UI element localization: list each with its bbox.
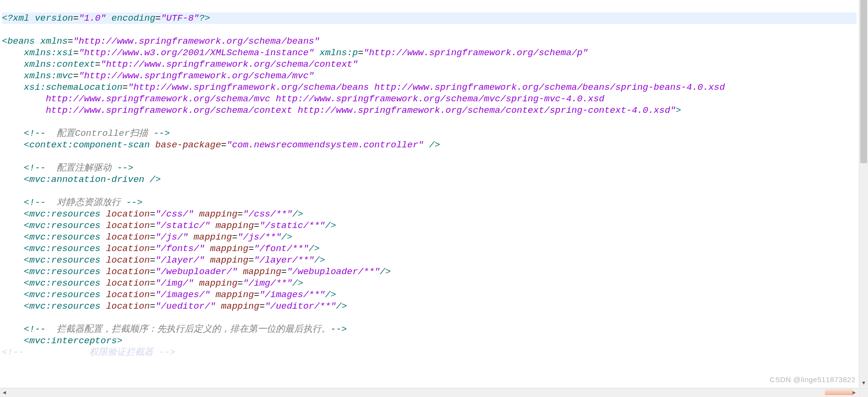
- code-line: <!-- 权限验证拦截器 -->: [2, 347, 175, 358]
- tag-mvc-resources: mvc:resources: [29, 209, 106, 219]
- code-line: http://www.springframework.org/schema/co…: [2, 105, 681, 116]
- code-line: <mvc:resources location="/layer/" mappin…: [2, 255, 325, 265]
- tag-beans: beans: [7, 36, 40, 47]
- comment-close: -->: [153, 128, 170, 139]
- comment-open: <!--: [24, 128, 46, 139]
- horizontal-scrollbar[interactable]: ◀ ▶: [0, 388, 858, 397]
- scroll-left-icon[interactable]: ◀: [0, 388, 9, 397]
- vertical-scroll-thumb[interactable]: [860, 0, 867, 163]
- notification-toast: [825, 388, 854, 395]
- code-line: xmlns:context="http://www.springframewor…: [2, 59, 358, 70]
- vertical-scrollbar[interactable]: ▲ ▼: [859, 0, 868, 387]
- code-line: xmlns:mvc="http://www.springframework.or…: [2, 71, 314, 81]
- code-line: <mvc:resources location="/webuploader/" …: [2, 266, 391, 277]
- code-line: <mvc:resources location="/css/" mapping=…: [2, 209, 303, 219]
- code-line-blank: [2, 117, 7, 127]
- code-line: <?xml version="1.0" encoding="UTF-8"?>: [2, 12, 856, 24]
- code-line: <mvc:resources location="/img/" mapping=…: [2, 278, 303, 289]
- code-line: <mvc:annotation-driven />: [2, 174, 161, 185]
- code-line: http://www.springframework.org/schema/mv…: [2, 94, 604, 104]
- code-line: <mvc:resources location="/fonts/" mappin…: [2, 243, 319, 254]
- code-line: <!-- 配置Controller扫描 -->: [2, 128, 170, 139]
- xml-pi-open: <?: [2, 13, 13, 24]
- xml-pi-close: ?>: [199, 13, 210, 24]
- code-line: <mvc:interceptors>: [2, 336, 122, 346]
- scroll-down-icon[interactable]: ▼: [859, 379, 868, 387]
- code-line: <mvc:resources location="/images/" mappi…: [2, 289, 336, 300]
- code-line: xmlns:xsi="http://www.w3.org/2001/XMLSch…: [2, 48, 588, 58]
- code-line: <!-- 对静态资源放行 -->: [2, 197, 143, 208]
- watermark-text: CSDN @linge511873822: [770, 374, 856, 385]
- code-line: <context:component-scan base-package="co…: [2, 140, 440, 150]
- code-editor[interactable]: <?xml version="1.0" encoding="UTF-8"?> <…: [0, 0, 858, 387]
- tag-mvc-interceptors: mvc:interceptors: [29, 336, 117, 346]
- code-line: <!-- 配置注解驱动 -->: [2, 163, 134, 173]
- code-line: xsi:schemaLocation="http://www.springfra…: [2, 82, 725, 93]
- code-line: <!-- 拦截器配置，拦截顺序：先执行后定义的，排在第一位的最后执行。-->: [2, 324, 347, 335]
- scrollbar-corner: [859, 388, 868, 397]
- code-line-blank: [2, 313, 7, 323]
- code-line-blank: [2, 186, 7, 196]
- code-line: <mvc:resources location="/static/" mappi…: [2, 220, 336, 231]
- code-line: <mvc:resources location="/js/" mapping="…: [2, 232, 292, 242]
- code-line: <beans xmlns="http://www.springframework…: [2, 36, 319, 47]
- code-line: <mvc:resources location="/ueditor/" mapp…: [2, 301, 347, 312]
- tag-annotation-driven: mvc:annotation-driven: [29, 174, 150, 185]
- code-line-blank: [2, 151, 7, 162]
- tag-component-scan: context:component-scan: [29, 140, 155, 150]
